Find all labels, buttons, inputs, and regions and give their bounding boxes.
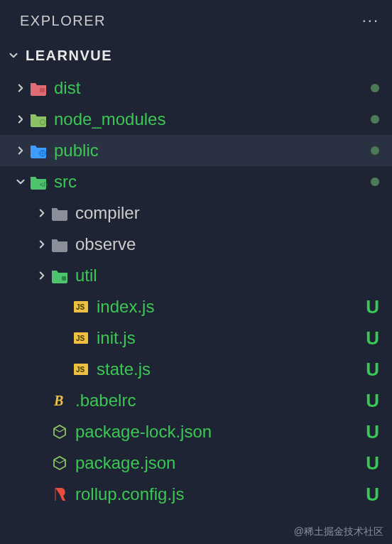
tree-item-label: init.js (97, 328, 136, 348)
tree-item-label: observe (75, 234, 136, 254)
explorer-header: EXPLORER ··· (0, 0, 392, 41)
chevron-placeholder (34, 424, 50, 440)
folder-red-icon (28, 78, 48, 98)
tree-item-util[interactable]: util (0, 260, 392, 291)
node-icon (50, 422, 70, 442)
git-modified-dot-icon (371, 178, 379, 186)
js-icon: JS (71, 359, 91, 379)
explorer-title: EXPLORER (20, 13, 106, 29)
chevron-right-icon (13, 80, 28, 96)
tree-item-src[interactable]: </>src (0, 166, 392, 197)
tree-item-node_modules[interactable]: node_modules (0, 104, 392, 135)
svg-text:JS: JS (76, 366, 85, 374)
tree-item-label: package.json (75, 453, 175, 473)
tree-item-index-js[interactable]: JSindex.jsU (0, 291, 392, 322)
file-tree: distnode_modulespublic</>srccompilerobse… (0, 70, 392, 510)
tree-item-package-json[interactable]: package.jsonU (0, 447, 392, 479)
babel-icon: B (50, 391, 70, 410)
git-untracked-badge: U (366, 421, 379, 443)
git-untracked-badge: U (366, 359, 379, 381)
tree-item-label: src (54, 172, 77, 192)
rollup-icon (50, 484, 70, 504)
tree-item-dist[interactable]: dist (0, 72, 392, 104)
chevron-down-icon (13, 174, 28, 190)
tree-item-compiler[interactable]: compiler (0, 197, 392, 229)
tree-item-rollup-config-js[interactable]: rollup.config.jsU (0, 479, 392, 510)
tree-item-state-js[interactable]: JSstate.jsU (0, 354, 392, 385)
chevron-placeholder (34, 455, 50, 471)
chevron-right-icon (34, 205, 50, 221)
git-untracked-badge: U (366, 484, 379, 506)
chevron-down-icon (6, 48, 21, 63)
js-icon: JS (71, 297, 91, 317)
tree-item-label: .babelrc (75, 391, 136, 410)
git-modified-dot-icon (371, 146, 379, 155)
git-modified-dot-icon (371, 115, 379, 124)
tree-item-label: package-lock.json (75, 422, 212, 442)
tree-item-label: rollup.config.js (75, 484, 184, 504)
folder-src-icon: </> (28, 172, 48, 192)
tree-item-label: dist (54, 78, 80, 98)
tree-item-label: util (75, 266, 97, 285)
watermark-text: @稀土掘金技术社区 (294, 526, 383, 538)
tree-item--babelrc[interactable]: B.babelrcU (0, 385, 392, 416)
tree-item-label: node_modules (54, 109, 165, 129)
folder-blue-icon (28, 141, 48, 161)
tree-item-label: index.js (97, 297, 154, 317)
folder-gray-icon (50, 234, 70, 254)
js-icon: JS (71, 328, 91, 348)
svg-text:JS: JS (76, 303, 85, 311)
git-untracked-badge: U (366, 327, 379, 349)
tree-item-public[interactable]: public (0, 135, 392, 166)
tree-item-observe[interactable]: observe (0, 229, 392, 260)
tree-item-label: state.js (97, 359, 151, 379)
chevron-right-icon (34, 268, 50, 283)
chevron-right-icon (13, 143, 28, 158)
tree-item-init-js[interactable]: JSinit.jsU (0, 322, 392, 354)
svg-rect-0 (40, 88, 45, 92)
chevron-placeholder (55, 299, 71, 315)
git-untracked-badge: U (366, 296, 379, 318)
node-icon (50, 453, 70, 473)
svg-text:JS: JS (76, 334, 85, 342)
more-actions-icon[interactable]: ··· (362, 11, 379, 30)
chevron-placeholder (55, 330, 71, 346)
project-name: LEARNVUE (26, 48, 112, 64)
chevron-right-icon (13, 111, 28, 127)
git-untracked-badge: U (366, 390, 379, 412)
folder-green-icon (28, 109, 48, 129)
chevron-placeholder (34, 393, 50, 408)
project-root-row[interactable]: LEARNVUE (0, 41, 392, 70)
svg-text:</>: </> (40, 181, 48, 188)
git-modified-dot-icon (371, 84, 379, 92)
git-untracked-badge: U (366, 452, 379, 474)
svg-text:B: B (53, 393, 63, 408)
tree-item-label: public (54, 141, 99, 161)
chevron-right-icon (34, 236, 50, 252)
tree-item-package-lock-json[interactable]: package-lock.jsonU (0, 416, 392, 447)
folder-util-icon (50, 266, 70, 285)
folder-gray-icon (50, 203, 70, 223)
tree-item-label: compiler (75, 203, 140, 223)
chevron-placeholder (34, 486, 50, 502)
chevron-placeholder (55, 361, 71, 377)
svg-rect-4 (62, 276, 66, 281)
